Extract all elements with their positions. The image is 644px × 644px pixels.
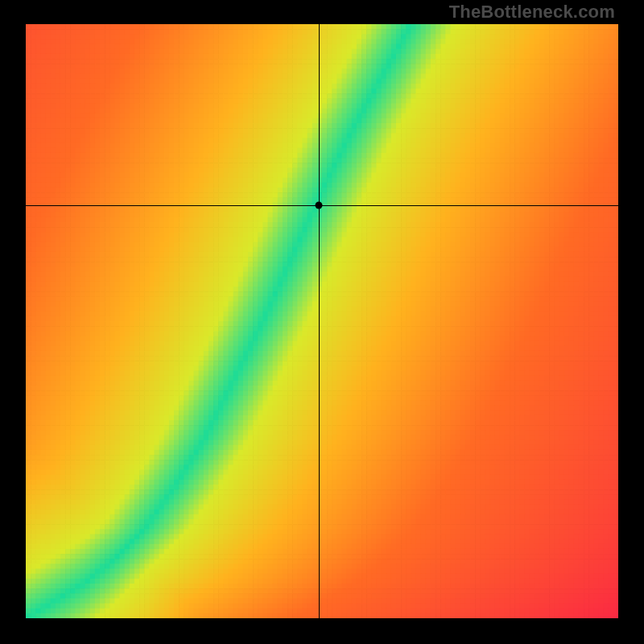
heatmap-plot	[26, 24, 618, 618]
crosshair-vertical	[319, 24, 320, 618]
chart-container: TheBottleneck.com	[0, 0, 644, 644]
selected-point-marker	[316, 202, 323, 209]
heatmap-canvas	[26, 24, 618, 618]
watermark-text: TheBottleneck.com	[449, 2, 615, 23]
